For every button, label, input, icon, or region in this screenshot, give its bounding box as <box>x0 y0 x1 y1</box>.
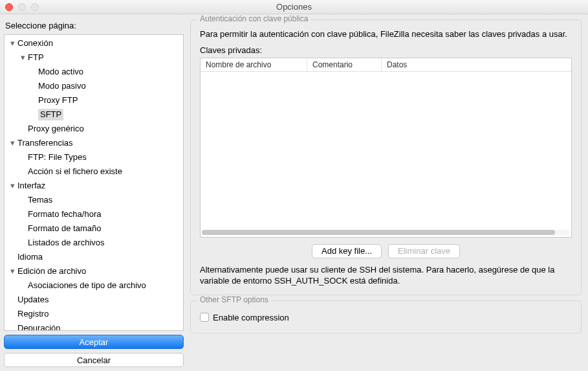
group-public-key-auth: Autenticación con clave pública Para per… <box>190 19 582 295</box>
tree-logging[interactable]: Registro <box>5 307 183 321</box>
tree-debugging[interactable]: Depuración <box>5 321 183 331</box>
tree-size-format[interactable]: Formato de tamaño <box>5 221 183 236</box>
tree-sftp[interactable]: SFTP <box>5 107 183 122</box>
sidebar-heading: Seleccione página: <box>4 18 184 32</box>
ssh-note: Alternativamente puede usar su cliente d… <box>200 265 572 287</box>
add-key-button[interactable]: Add key file... <box>312 244 382 258</box>
tree-ftp-passive[interactable]: Modo pasivo <box>5 79 183 93</box>
tree-language[interactable]: Idioma <box>5 250 183 264</box>
cancel-button[interactable]: Cancelar <box>4 353 184 367</box>
scrollbar-thumb[interactable] <box>202 230 555 235</box>
tree-ftp-file-types[interactable]: FTP: File Types <box>5 150 183 164</box>
enable-compression-checkbox[interactable] <box>200 313 209 322</box>
tree-associations[interactable]: Asociaciones de tipo de archivo <box>5 278 183 293</box>
auth-description: Para permitir la autenticación con clave… <box>200 29 572 40</box>
sidebar: Seleccione página: ▾Conexión ▾FTP Modo a… <box>0 14 188 371</box>
horizontal-scrollbar[interactable] <box>201 228 571 237</box>
page-tree[interactable]: ▾Conexión ▾FTP Modo activo Modo pasivo P… <box>4 34 184 331</box>
chevron-down-icon: ▾ <box>8 182 16 190</box>
enable-compression-label: Enable compression <box>213 313 289 322</box>
window-title: Opciones <box>0 2 588 12</box>
tree-interface[interactable]: ▾Interfaz <box>5 179 183 193</box>
private-keys-table[interactable]: Nombre de archivo Comentario Datos <box>200 58 572 238</box>
tree-ftp-active[interactable]: Modo activo <box>5 65 183 79</box>
titlebar: Opciones <box>0 0 588 14</box>
column-filename[interactable]: Nombre de archivo <box>201 58 307 71</box>
close-icon[interactable] <box>5 3 13 11</box>
tree-file-editing[interactable]: ▾Edición de archivo <box>5 264 183 278</box>
tree-ftp-proxy[interactable]: Proxy FTP <box>5 93 183 107</box>
main-panel: Autenticación con clave pública Para per… <box>188 14 588 371</box>
zoom-icon <box>31 3 39 11</box>
tree-transfers[interactable]: ▾Transferencias <box>5 136 183 150</box>
group-title-other: Other SFTP options <box>197 295 271 304</box>
tree-connection[interactable]: ▾Conexión <box>5 36 183 51</box>
remove-key-button: Eliminar clave <box>388 244 460 258</box>
group-title-auth: Autenticación con clave pública <box>197 14 310 23</box>
table-header: Nombre de archivo Comentario Datos <box>201 58 571 72</box>
chevron-down-icon: ▾ <box>19 54 27 62</box>
tree-themes[interactable]: Temas <box>5 193 183 207</box>
tree-date-format[interactable]: Formato fecha/hora <box>5 207 183 221</box>
accept-button[interactable]: Aceptar <box>4 335 184 349</box>
chevron-down-icon: ▾ <box>8 267 16 275</box>
minimize-icon <box>18 3 26 11</box>
tree-file-listings[interactable]: Listados de archivos <box>5 236 183 250</box>
traffic-lights <box>5 3 39 11</box>
tree-updates[interactable]: Updates <box>5 293 183 307</box>
tree-generic-proxy[interactable]: Proxy genérico <box>5 122 183 136</box>
column-data[interactable]: Datos <box>382 58 571 71</box>
chevron-down-icon: ▾ <box>8 39 16 47</box>
enable-compression-row[interactable]: Enable compression <box>200 310 572 325</box>
tree-ftp[interactable]: ▾FTP <box>5 51 183 65</box>
group-other-sftp: Other SFTP options Enable compression <box>190 300 582 333</box>
table-body[interactable] <box>201 72 571 228</box>
tree-file-exists[interactable]: Acción si el fichero existe <box>5 164 183 179</box>
chevron-down-icon: ▾ <box>8 139 16 147</box>
private-keys-label: Claves privadas: <box>200 45 572 55</box>
column-comment[interactable]: Comentario <box>307 58 382 71</box>
